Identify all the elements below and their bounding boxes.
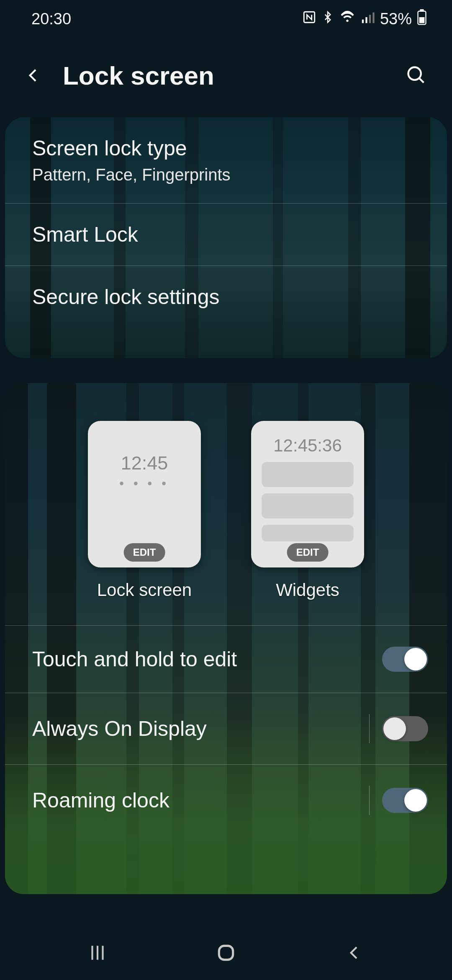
switch[interactable]: [382, 647, 428, 672]
toggle-roaming-clock[interactable]: Roaming clock: [5, 764, 447, 836]
preview-label: Lock screen: [97, 580, 192, 600]
preview-time: 12:45: [121, 452, 168, 474]
page-title: Lock screen: [63, 61, 400, 90]
svg-rect-1: [362, 19, 364, 23]
battery-icon: [417, 9, 427, 29]
nav-back-button[interactable]: [336, 940, 373, 965]
toggle-title: Roaming clock: [32, 788, 170, 812]
lock-settings-card: Screen lock type Pattern, Face, Fingerpr…: [5, 117, 447, 358]
list-title: Smart Lock: [32, 222, 420, 247]
widget-placeholder: [262, 462, 354, 487]
preview-widgets[interactable]: 12:45:36 EDIT Widgets: [251, 421, 364, 600]
preview-lock-screen[interactable]: 12:45 ● ● ● ● EDIT Lock screen: [88, 421, 201, 600]
back-icon: [346, 942, 363, 963]
preview-label: Widgets: [276, 580, 339, 600]
nfc-icon: [302, 10, 316, 28]
recents-icon: [87, 942, 108, 963]
preview-row: 12:45 ● ● ● ● EDIT Lock screen 12:45:36 …: [5, 383, 447, 625]
toggle-title: Touch and hold to edit: [32, 647, 237, 671]
toggle-title: Always On Display: [32, 717, 207, 741]
back-button[interactable]: [17, 59, 50, 92]
preview-time: 12:45:36: [273, 436, 342, 456]
nav-recents-button[interactable]: [79, 940, 116, 965]
toggle-always-on-display[interactable]: Always On Display: [5, 693, 447, 764]
signal-icon: [361, 10, 375, 28]
battery-percent: 53%: [380, 10, 412, 28]
edit-button[interactable]: EDIT: [124, 543, 165, 562]
toggle-touch-hold-edit[interactable]: Touch and hold to edit: [5, 625, 447, 693]
list-title: Secure lock settings: [32, 285, 420, 309]
svg-point-8: [408, 67, 421, 80]
svg-rect-4: [372, 12, 374, 23]
phone-preview: 12:45:36 EDIT: [251, 421, 364, 567]
status-time: 20:30: [31, 10, 71, 28]
preview-dots: ● ● ● ●: [119, 478, 170, 488]
nav-home-button[interactable]: [207, 940, 245, 965]
widget-placeholder: [262, 493, 354, 518]
switch[interactable]: [382, 788, 428, 813]
wifi-icon: [339, 10, 356, 28]
list-item-screen-lock-type[interactable]: Screen lock type Pattern, Face, Fingerpr…: [5, 117, 447, 204]
navigation-bar: [0, 926, 452, 980]
svg-rect-2: [365, 17, 367, 23]
edit-button[interactable]: EDIT: [287, 543, 329, 562]
lock-preview-card: 12:45 ● ● ● ● EDIT Lock screen 12:45:36 …: [5, 383, 447, 894]
bluetooth-icon: [321, 10, 334, 28]
separator: [369, 786, 370, 815]
home-icon: [216, 942, 236, 963]
list-subtitle: Pattern, Face, Fingerprints: [32, 165, 420, 184]
svg-rect-7: [419, 17, 425, 23]
status-bar: 20:30 53%: [0, 0, 452, 38]
list-title: Screen lock type: [32, 136, 420, 160]
switch[interactable]: [382, 716, 428, 741]
status-right: 53%: [302, 9, 427, 29]
search-icon: [406, 64, 427, 86]
search-button[interactable]: [400, 59, 433, 92]
svg-rect-3: [369, 15, 371, 23]
list-item-smart-lock[interactable]: Smart Lock: [5, 204, 447, 266]
separator: [369, 714, 370, 743]
widget-placeholder: [262, 525, 354, 542]
svg-rect-13: [219, 946, 233, 959]
phone-preview: 12:45 ● ● ● ● EDIT: [88, 421, 201, 567]
chevron-left-icon: [25, 63, 42, 88]
header: Lock screen: [0, 38, 452, 117]
svg-line-9: [419, 78, 424, 83]
list-item-secure-lock-settings[interactable]: Secure lock settings: [5, 266, 447, 328]
